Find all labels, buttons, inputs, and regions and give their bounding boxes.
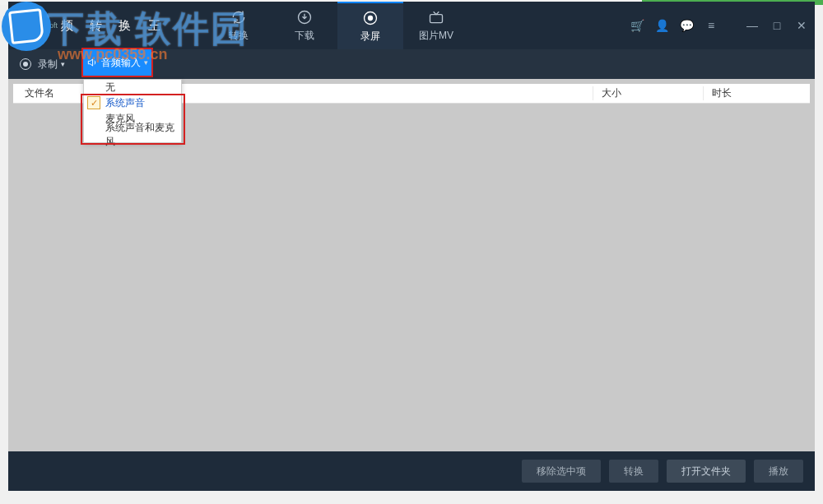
tab-record[interactable]: 录屏 bbox=[337, 2, 403, 49]
app-brand: apowersoft 频 转 换 王 bbox=[8, 2, 206, 49]
record-icon bbox=[362, 10, 379, 26]
tab-label: 下载 bbox=[295, 29, 314, 43]
record-toolbar: 录制 ▾ 音频输入 ▾ bbox=[8, 49, 815, 79]
remove-selected-button[interactable]: 移除选中项 bbox=[522, 460, 601, 483]
tab-mv[interactable]: 图片MV bbox=[403, 2, 469, 49]
open-folder-button[interactable]: 打开文件夹 bbox=[667, 460, 746, 483]
menu-icon[interactable]: ≡ bbox=[704, 19, 718, 32]
brand-small: apowersoft bbox=[21, 21, 58, 30]
menu-item-none[interactable]: 无 bbox=[84, 80, 181, 95]
user-icon[interactable]: 👤 bbox=[655, 19, 668, 32]
tv-icon bbox=[428, 9, 444, 25]
record-mode-label[interactable]: 录制 ▾ bbox=[38, 58, 65, 72]
tab-label: 录屏 bbox=[360, 30, 380, 44]
chat-icon[interactable]: 💬 bbox=[680, 19, 693, 32]
content-area: 文件名 大小 时长 无 ✓ 系统声音 麦克风 系统声音和麦克风 bbox=[8, 79, 815, 451]
brand-title: 频 转 换 王 bbox=[61, 18, 167, 34]
cart-icon[interactable]: 🛒 bbox=[630, 19, 644, 32]
svg-point-2 bbox=[369, 16, 373, 20]
chevron-down-icon: ▾ bbox=[144, 58, 148, 67]
svg-rect-3 bbox=[430, 14, 443, 22]
audio-input-menu: 无 ✓ 系统声音 麦克风 系统声音和麦克风 bbox=[83, 79, 182, 143]
speaker-icon bbox=[86, 57, 98, 68]
chevron-down-icon: ▾ bbox=[61, 60, 65, 68]
close-button[interactable]: ✕ bbox=[795, 19, 808, 32]
audio-input-label: 音频输入 bbox=[101, 56, 141, 70]
maximize-button[interactable]: □ bbox=[770, 19, 783, 32]
play-button[interactable]: 播放 bbox=[754, 460, 803, 483]
app-window: apowersoft 频 转 换 王 转换 下载 录屏 图片MV 🛒 👤 bbox=[8, 2, 815, 491]
title-bar: apowersoft 频 转 换 王 转换 下载 录屏 图片MV 🛒 👤 bbox=[8, 2, 815, 49]
menu-item-system-sound[interactable]: ✓ 系统声音 bbox=[84, 95, 181, 111]
refresh-icon bbox=[230, 9, 247, 25]
audio-input-button[interactable]: 音频输入 ▾ bbox=[83, 49, 151, 76]
record-radio[interactable] bbox=[20, 58, 31, 70]
tab-download[interactable]: 下载 bbox=[272, 2, 337, 49]
tab-convert[interactable]: 转换 bbox=[206, 2, 272, 49]
minimize-button[interactable]: — bbox=[746, 19, 759, 32]
col-duration[interactable]: 时长 bbox=[703, 86, 810, 100]
footer-bar: 移除选中项 转换 打开文件夹 播放 bbox=[8, 451, 815, 491]
check-icon: ✓ bbox=[87, 96, 100, 109]
download-icon bbox=[296, 9, 313, 25]
col-size[interactable]: 大小 bbox=[593, 86, 703, 100]
tab-label: 图片MV bbox=[419, 29, 453, 43]
window-controls: 🛒 👤 💬 ≡ — □ ✕ bbox=[630, 2, 808, 49]
main-tabs: 转换 下载 录屏 图片MV bbox=[206, 2, 469, 49]
menu-item-system-and-mic[interactable]: 系统声音和麦克风 bbox=[84, 127, 181, 142]
convert-button[interactable]: 转换 bbox=[609, 460, 658, 483]
tab-label: 转换 bbox=[229, 29, 249, 43]
